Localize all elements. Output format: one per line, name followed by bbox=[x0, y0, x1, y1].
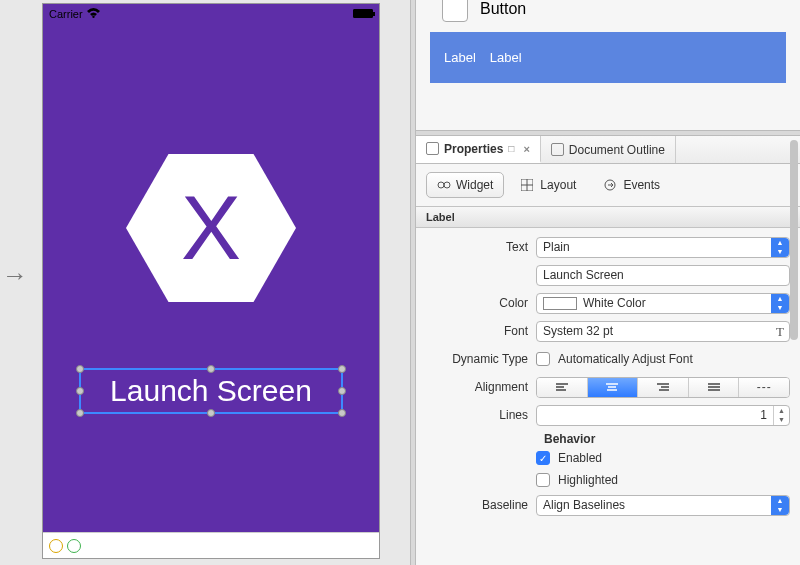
close-icon[interactable]: × bbox=[523, 143, 529, 155]
prop-label-alignment: Alignment bbox=[416, 380, 536, 394]
tab-label: Properties bbox=[444, 142, 503, 156]
enabled-checkbox[interactable]: ✓ bbox=[536, 451, 550, 465]
wifi-icon bbox=[87, 8, 100, 20]
logo-x-icon: X bbox=[126, 154, 296, 302]
baseline-select[interactable]: Align Baselines ▲▼ bbox=[536, 495, 790, 516]
events-icon bbox=[604, 179, 618, 191]
stepper-icon[interactable]: ▲▼ bbox=[773, 406, 789, 425]
tab-label: Widget bbox=[456, 178, 493, 192]
stepper-icon: ▲▼ bbox=[771, 496, 789, 515]
text-value-input[interactable]: Launch Screen bbox=[536, 265, 790, 286]
scrollbar[interactable] bbox=[790, 140, 798, 340]
tab-layout[interactable]: Layout bbox=[510, 172, 587, 198]
pin-icon[interactable]: □ bbox=[508, 143, 514, 154]
align-right-button[interactable] bbox=[638, 378, 689, 397]
align-justify-button[interactable] bbox=[689, 378, 740, 397]
tab-label: Events bbox=[623, 178, 660, 192]
launch-screen-view[interactable]: X Launch Screen bbox=[43, 24, 379, 532]
selected-label-text: Launch Screen bbox=[110, 374, 312, 408]
tab-properties[interactable]: Properties □ × bbox=[416, 136, 541, 163]
layout-icon bbox=[521, 179, 535, 191]
toolbox-item-label-selected[interactable]: Label Label bbox=[430, 32, 786, 83]
align-natural-button[interactable]: --- bbox=[739, 378, 789, 397]
widget-tabstrip: Widget Layout Events bbox=[416, 164, 800, 206]
toolbox-item-label: Button bbox=[480, 0, 526, 18]
status-bar: Carrier bbox=[43, 4, 379, 24]
toolbox: Button Label Label bbox=[416, 0, 800, 130]
device-frame[interactable]: Carrier X Launch Screen bbox=[42, 3, 380, 559]
text-type-select[interactable]: Plain ▲▼ bbox=[536, 237, 790, 258]
prop-label-text: Text bbox=[416, 240, 536, 254]
toolbox-item-button[interactable]: Button bbox=[442, 0, 786, 22]
section-header-label: Label bbox=[416, 206, 800, 228]
dyntype-check-label: Automatically Adjust Font bbox=[558, 352, 693, 366]
highlighted-checkbox[interactable] bbox=[536, 473, 550, 487]
toolbox-label-preview: Label bbox=[444, 50, 476, 65]
properties-body: Text Plain ▲▼ Launch Screen Color bbox=[416, 228, 800, 565]
enabled-label: Enabled bbox=[558, 451, 602, 465]
scene-dock[interactable] bbox=[43, 532, 379, 558]
prop-label-font: Font bbox=[416, 324, 536, 338]
panel-tabstrip: Properties □ × Document Outline bbox=[416, 136, 800, 164]
inspector-pane: Button Label Label Properties □ × Docume… bbox=[416, 0, 800, 565]
toolbox-item-label: Label bbox=[490, 50, 522, 65]
tab-label: Document Outline bbox=[569, 143, 665, 157]
prop-label-color: Color bbox=[416, 296, 536, 310]
color-select[interactable]: White Color ▲▼ bbox=[536, 293, 790, 314]
highlighted-label: Highlighted bbox=[558, 473, 618, 487]
logo-image[interactable]: X bbox=[126, 154, 296, 302]
lines-input[interactable]: 1 ▲▼ bbox=[536, 405, 790, 426]
tab-label: Layout bbox=[540, 178, 576, 192]
carrier-label: Carrier bbox=[49, 8, 83, 20]
font-picker-icon[interactable]: T bbox=[776, 324, 784, 340]
prop-label-dyntype: Dynamic Type bbox=[416, 352, 536, 366]
color-swatch bbox=[543, 297, 577, 310]
battery-icon bbox=[353, 9, 373, 18]
font-input[interactable]: System 32 pt T bbox=[536, 321, 790, 342]
stepper-icon: ▲▼ bbox=[771, 238, 789, 257]
svg-point-1 bbox=[438, 182, 444, 188]
behavior-heading: Behavior bbox=[544, 432, 790, 446]
prop-label-lines: Lines bbox=[416, 408, 536, 422]
stepper-icon: ▲▼ bbox=[771, 294, 789, 313]
outline-icon bbox=[551, 143, 564, 156]
svg-point-2 bbox=[444, 182, 450, 188]
scene-exit-icon[interactable] bbox=[67, 539, 81, 553]
alignment-segmented[interactable]: --- bbox=[536, 377, 790, 398]
tab-document-outline[interactable]: Document Outline bbox=[541, 136, 676, 163]
button-preview-icon bbox=[442, 0, 468, 22]
align-center-button[interactable] bbox=[588, 378, 639, 397]
prop-label-baseline: Baseline bbox=[416, 498, 536, 512]
dyntype-checkbox[interactable] bbox=[536, 352, 550, 366]
design-canvas-pane: → Carrier X Launch bbox=[0, 0, 410, 565]
align-left-button[interactable] bbox=[537, 378, 588, 397]
scene-view-controller-icon[interactable] bbox=[49, 539, 63, 553]
tab-widget[interactable]: Widget bbox=[426, 172, 504, 198]
widget-icon bbox=[437, 179, 451, 191]
properties-icon bbox=[426, 142, 439, 155]
nav-arrow-icon[interactable]: → bbox=[2, 260, 28, 291]
selected-label[interactable]: Launch Screen bbox=[79, 368, 343, 414]
tab-events[interactable]: Events bbox=[593, 172, 671, 198]
